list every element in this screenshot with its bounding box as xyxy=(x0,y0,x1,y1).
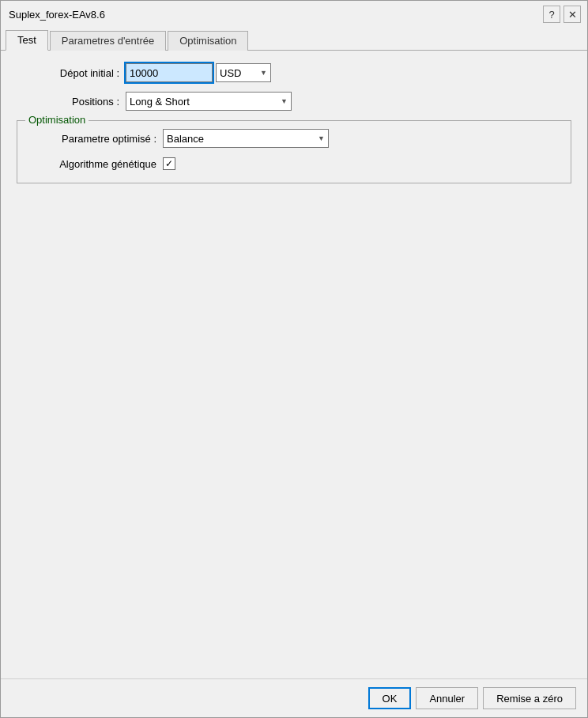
groupbox-title: Optimisation xyxy=(25,114,89,126)
help-button[interactable]: ? xyxy=(543,6,560,23)
currency-select-wrapper: USD EUR GBP xyxy=(216,63,271,82)
reset-button[interactable]: Remise a zéro xyxy=(483,687,576,709)
optimisation-groupbox: Optimisation Parametre optimisé : Balanc… xyxy=(17,120,571,183)
algo-row: Algorithme génétique ✓ xyxy=(30,157,558,170)
parametre-row: Parametre optimisé : Balance Profit Draw… xyxy=(30,129,558,148)
positions-label: Positions : xyxy=(17,96,119,108)
depot-row: Dépot initial : USD EUR GBP xyxy=(17,63,571,82)
algo-checkbox[interactable]: ✓ xyxy=(163,157,175,170)
tab-optimisation[interactable]: Optimisation xyxy=(168,31,248,51)
title-bar: Suplex_forex-EAv8.6 ? ✕ xyxy=(1,1,587,26)
close-button[interactable]: ✕ xyxy=(564,6,581,23)
title-bar-right: ? ✕ xyxy=(543,6,581,23)
ok-button[interactable]: OK xyxy=(368,687,412,709)
tab-test[interactable]: Test xyxy=(6,30,48,51)
tab-parametres-entree[interactable]: Parametres d'entrée xyxy=(50,31,166,51)
checkbox-check-mark: ✓ xyxy=(165,158,173,169)
currency-select[interactable]: USD EUR GBP xyxy=(216,63,271,82)
positions-select[interactable]: Long & Short Long only Short only xyxy=(126,92,292,111)
depot-label: Dépot initial : xyxy=(17,67,119,79)
positions-row: Positions : Long & Short Long only Short… xyxy=(17,92,571,111)
algo-checkbox-wrapper: ✓ xyxy=(163,157,175,170)
main-dialog: Suplex_forex-EAv8.6 ? ✕ Test Parametres … xyxy=(0,0,588,718)
cancel-button[interactable]: Annuler xyxy=(416,687,478,709)
depot-input[interactable] xyxy=(126,63,213,82)
depot-input-group: USD EUR GBP xyxy=(126,63,271,82)
algo-label: Algorithme génétique xyxy=(30,158,156,170)
tabs-bar: Test Parametres d'entrée Optimisation xyxy=(1,26,587,51)
title-bar-left: Suplex_forex-EAv8.6 xyxy=(9,9,105,21)
balance-select-wrapper: Balance Profit Drawdown xyxy=(163,129,329,148)
dialog-title: Suplex_forex-EAv8.6 xyxy=(9,9,105,21)
balance-select[interactable]: Balance Profit Drawdown xyxy=(163,129,329,148)
parametre-label: Parametre optimisé : xyxy=(30,133,156,145)
bottom-bar: OK Annuler Remise a zéro xyxy=(1,678,587,717)
tab-content-test: Dépot initial : USD EUR GBP Positions : … xyxy=(1,51,587,678)
positions-select-wrapper: Long & Short Long only Short only xyxy=(126,92,292,111)
